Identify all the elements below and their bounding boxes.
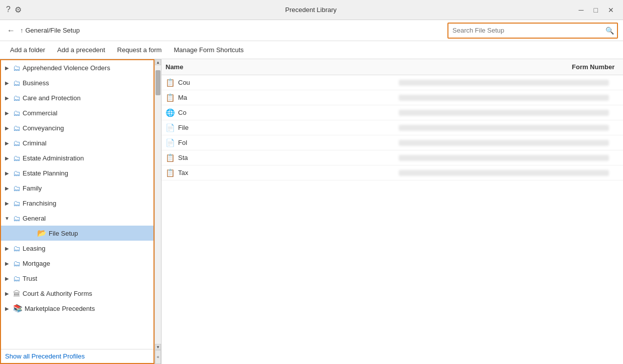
expand-arrow-avo: ▶ [3,65,11,71]
row-blurred-2 [399,95,609,101]
sidebar-item-leasing[interactable]: ▶ 🗂 Leasing [1,241,153,256]
column-name: Name [162,63,568,71]
scroll-down-button[interactable]: ▼ [155,344,161,350]
show-all-profiles-link[interactable]: Show all Precedent Profiles [5,352,85,360]
manage-shortcuts-button[interactable]: Manage Form Shortcuts [168,41,249,59]
sidebar-item-conveyancing[interactable]: ▶ 🗂 Conveyancing [1,120,153,135]
chrome-icon-3: 🌐 [166,108,175,117]
sidebar-label-mortgage: Mortgage [23,260,50,267]
expand-arrow-care: ▶ [3,95,11,101]
sidebar-item-franchising[interactable]: ▶ 🗂 Franchising [1,196,153,211]
sidebar-label-avo: Apprehended Violence Orders [23,64,110,72]
search-icon: 🔍 [602,27,617,35]
search-box[interactable]: 🔍 [447,23,618,39]
minimize-button[interactable]: ─ [576,5,587,15]
folder-icon-file-setup: 📂 [37,229,47,238]
expand-arrow-franchising: ▶ [3,201,11,206]
sidebar-item-trust[interactable]: ▶ 🗂 Trust [1,271,153,286]
word-icon-5: 📄 [166,138,175,147]
sidebar-item-family[interactable]: ▶ 🗂 Family [1,180,153,196]
up-arrow-icon: ↑ [20,27,24,34]
window-title: Precedent Library [46,6,576,14]
folder-icon-general: 🗂 [13,214,21,223]
folder-icon-commercial: 🗂 [13,109,21,117]
settings-icon[interactable]: ⚙ [15,5,22,15]
sidebar-item-estate-planning[interactable]: ▶ 🗂 Estate Planning [1,165,153,180]
close-button[interactable]: ✕ [605,5,617,15]
sidebar-item-criminal[interactable]: ▶ 🗂 Criminal [1,135,153,150]
sidebar-item-business[interactable]: ▶ 🗂 Business [1,75,153,90]
sidebar-label-commercial: Commercial [23,109,57,117]
expand-arrow-commercial: ▶ [3,110,11,116]
row-blurred-3 [399,110,609,116]
sidebar-label-franchising: Franchising [23,200,56,207]
sidebar-footer: Show all Precedent Profiles [1,349,153,363]
expand-arrow-trust: ▶ [3,276,11,281]
expand-arrow-leasing: ▶ [3,246,11,251]
word-icon-4: 📄 [166,123,175,132]
search-input[interactable] [448,24,602,38]
row-blurred-6 [399,155,609,161]
nav-bar: ← ↑ General/File Setup 🔍 [0,20,623,41]
breadcrumb: ↑ General/File Setup [20,27,80,34]
folder-icon-mortgage: 🗂 [13,259,21,268]
table-row[interactable]: 📋 Sta [162,150,623,165]
sidebar-item-mortgage[interactable]: ▶ 🗂 Mortgage [1,256,153,271]
doc-icon-1: 📋 [166,78,175,87]
folder-icon-family: 🗂 [13,184,21,193]
sidebar: ▶ 🗂 Apprehended Violence Orders ▶ 🗂 Busi… [0,59,154,364]
sidebar-label-file-setup: File Setup [49,230,78,237]
folder-icon-avo: 🗂 [13,64,21,72]
sidebar-item-avo[interactable]: ▶ 🗂 Apprehended Violence Orders [1,60,153,75]
sidebar-item-estate-admin[interactable]: ▶ 🗂 Estate Administration [1,150,153,165]
sidebar-item-marketplace[interactable]: ▶ 📚 Marketplace Precedents [1,301,153,316]
sidebar-item-court[interactable]: ▶ 🏛 Court & Authority Forms [1,286,153,301]
collapse-sidebar-button[interactable]: « [155,350,161,364]
expand-arrow-business: ▶ [3,80,11,86]
expand-arrow-criminal: ▶ [3,140,11,146]
help-icon[interactable]: ? [6,5,11,15]
main-layout: ▶ 🗂 Apprehended Violence Orders ▶ 🗂 Busi… [0,59,623,364]
sidebar-item-commercial[interactable]: ▶ 🗂 Commercial [1,105,153,120]
folder-icon-court: 🏛 [13,289,21,298]
sidebar-label-family: Family [23,185,42,192]
sidebar-label-court: Court & Authority Forms [23,290,92,297]
row-name-7: Tax [178,169,389,176]
sidebar-item-care[interactable]: ▶ 🗂 Care and Protection [1,90,153,105]
row-blurred-7 [399,170,609,176]
row-blurred-4 [399,125,609,131]
content-area: Name Form Number 📋 Cou 📋 Ma 🌐 Co [162,59,623,364]
toolbar: Add a folder Add a precedent Request a f… [0,41,623,59]
back-button[interactable]: ← [5,24,17,37]
table-row[interactable]: 📋 Cou [162,75,623,90]
row-blurred-5 [399,140,609,146]
expand-arrow-family: ▶ [3,186,11,191]
row-blurred-1 [399,80,609,86]
expand-arrow-estate-admin: ▶ [3,155,11,161]
sidebar-label-care: Care and Protection [23,94,81,102]
table-row[interactable]: 📄 File [162,120,623,135]
sidebar-item-file-setup[interactable]: 📂 File Setup [1,226,153,241]
column-form-number: Form Number [568,63,623,71]
doc-icon-7: 📋 [166,168,175,177]
content-list: 📋 Cou 📋 Ma 🌐 Co 📄 File [162,75,623,364]
sidebar-item-general[interactable]: ▼ 🗂 General [1,211,153,226]
folder-icon-criminal: 🗂 [13,139,21,147]
table-row[interactable]: 📄 Fol [162,135,623,150]
folder-icon-estate-planning: 🗂 [13,169,21,177]
maximize-button[interactable]: □ [591,5,601,15]
expand-arrow-estate-planning: ▶ [3,170,11,176]
add-folder-button[interactable]: Add a folder [4,41,51,59]
add-precedent-button[interactable]: Add a precedent [51,41,111,59]
table-row[interactable]: 📋 Ma [162,90,623,105]
folder-icon-leasing: 🗂 [13,244,21,253]
request-form-button[interactable]: Request a form [111,41,168,59]
table-row[interactable]: 🌐 Co [162,105,623,120]
folder-icon-business: 🗂 [13,79,21,87]
sidebar-label-trust: Trust [23,275,37,282]
doc-icon-2: 📋 [166,93,175,102]
table-row[interactable]: 📋 Tax [162,165,623,180]
breadcrumb-text: General/File Setup [26,27,80,34]
folder-icon-estate-admin: 🗂 [13,154,21,162]
scroll-up-button[interactable]: ▲ [155,59,161,65]
